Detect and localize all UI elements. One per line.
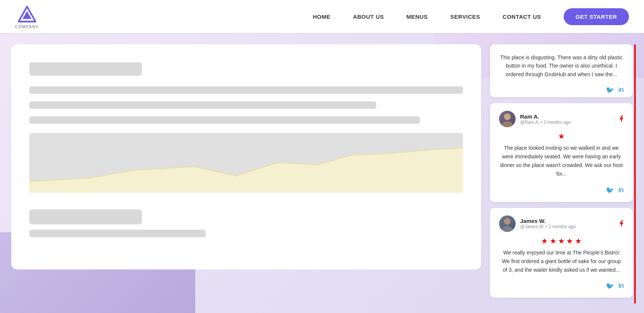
reviews-sidebar-wrap: This place is disgusting. There was a di… xyxy=(490,44,633,304)
james-name: James W. xyxy=(520,218,615,224)
top-twitter-icon[interactable]: 🐦 xyxy=(606,86,614,94)
ram-twitter-icon[interactable]: 🐦 xyxy=(606,186,614,194)
ram-handle: @Ram A. • 2 months ago xyxy=(520,120,615,125)
svg-point-4 xyxy=(504,113,511,120)
skeleton-bottom-bar xyxy=(29,230,206,237)
svg-point-5 xyxy=(502,121,513,127)
review-card-top: This place is disgusting. There was a di… xyxy=(490,44,633,97)
skeleton-text-bar-1 xyxy=(29,86,463,94)
logo-icon xyxy=(17,5,37,24)
james-reviewer-row: James W. @James W. • 2 months ago ꞙ xyxy=(499,215,624,232)
get-starter-button[interactable]: GET STARTER xyxy=(564,8,629,25)
james-star-1: ★ xyxy=(541,237,548,245)
scroll-accent xyxy=(634,44,636,304)
james-avatar-icon xyxy=(499,215,516,232)
james-linkedin-icon[interactable]: in xyxy=(618,282,624,290)
top-linkedin-icon[interactable]: in xyxy=(618,86,624,94)
nav-about[interactable]: ABOUT US xyxy=(353,14,384,20)
james-star-4: ★ xyxy=(566,237,573,245)
skeleton-text-bar-2 xyxy=(29,101,376,109)
skeleton-button-bar xyxy=(29,209,142,224)
svg-point-6 xyxy=(504,218,511,225)
bottom-skeleton-section xyxy=(29,209,463,237)
nav-contact[interactable]: CONTACT US xyxy=(503,14,541,20)
nav-home[interactable]: HOME xyxy=(313,14,330,20)
skeleton-title-bar xyxy=(29,62,142,76)
review-card-james: James W. @James W. • 2 months ago ꞙ ★ ★ … xyxy=(490,208,633,298)
main-content-card xyxy=(11,44,481,269)
reviews-sidebar: This place is disgusting. There was a di… xyxy=(490,44,633,304)
ram-name: Ram A. xyxy=(520,113,615,120)
james-handle: @James W. • 2 months ago xyxy=(520,224,615,229)
chart-area xyxy=(29,133,463,193)
ram-yelp-icon: ꞙ xyxy=(620,114,624,124)
ram-linkedin-icon[interactable]: in xyxy=(618,186,624,194)
james-social-row: 🐦 in xyxy=(499,279,624,290)
top-review-social-row: 🐦 in xyxy=(499,83,624,94)
james-avatar xyxy=(499,215,516,232)
ram-reviewer-info: Ram A. @Ram A. • 2 months ago xyxy=(520,113,615,125)
ram-reviewer-row: Ram A. @Ram A. • 2 months ago ꞙ xyxy=(499,111,624,127)
top-review-text: This place is disgusting. There was a di… xyxy=(499,53,624,78)
page-background: This place is disgusting. There was a di… xyxy=(0,33,644,313)
nav-links: HOME ABOUT US MENUS SERVICES CONTACT US … xyxy=(313,8,629,25)
area-chart xyxy=(29,133,463,193)
james-star-3: ★ xyxy=(558,237,565,245)
skeleton-text-bar-3 xyxy=(29,116,420,124)
ram-review-text: The place looked inviting so we walked i… xyxy=(499,144,624,178)
james-star-5: ★ xyxy=(575,237,582,245)
ram-star-1: ★ xyxy=(558,132,565,140)
james-twitter-icon[interactable]: 🐦 xyxy=(606,282,614,290)
nav-services[interactable]: SERVICES xyxy=(450,14,480,20)
ram-avatar-icon xyxy=(499,111,516,127)
ram-social-row: 🐦 in xyxy=(499,183,624,194)
james-star-2: ★ xyxy=(550,237,557,245)
logo-label: COMPANY xyxy=(15,25,39,29)
james-yelp-icon: ꞙ xyxy=(620,219,624,229)
svg-point-7 xyxy=(502,226,513,232)
navbar: COMPANY HOME ABOUT US MENUS SERVICES CON… xyxy=(0,0,644,33)
james-reviewer-info: James W. @James W. • 2 months ago xyxy=(520,218,615,229)
review-card-ram: Ram A. @Ram A. • 2 months ago ꞙ ★ The pl… xyxy=(490,103,633,202)
james-review-text: We really enjoyed our time at The People… xyxy=(499,248,624,274)
nav-menus[interactable]: MENUS xyxy=(406,14,428,20)
ram-stars: ★ xyxy=(499,132,624,141)
james-stars: ★ ★ ★ ★ ★ xyxy=(499,236,624,245)
logo[interactable]: COMPANY xyxy=(15,5,39,29)
ram-avatar xyxy=(499,111,516,127)
